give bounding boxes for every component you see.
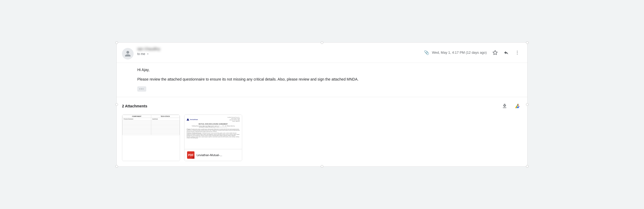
pdf-file-icon: PDF xyxy=(187,151,194,159)
attachment-footer-excel: X Wordzen-Applicati... xyxy=(122,161,180,161)
pdf-document-title: MUTUAL NON-DISCLOSURE AGREEMENT xyxy=(187,123,240,125)
pdf-logo-row: leviathan Leviathan Security Group, Inc.… xyxy=(187,117,240,122)
attachment-name-pdf: Leviathan-Mutual-... xyxy=(197,153,239,157)
email-body-text: Please review the attached questionnaire… xyxy=(137,76,390,82)
corner-decoration-bl xyxy=(115,165,118,168)
sender-name: Iain Chaudhry xyxy=(137,47,424,51)
attachments-header: 2 Attachments xyxy=(122,101,522,111)
corner-decoration-bm xyxy=(321,165,323,168)
attachment-card-excel[interactable]: COMPONENT TECH STACK Chrome Extension Ja… xyxy=(122,115,180,161)
download-all-button[interactable] xyxy=(500,101,509,111)
pdf-logo-text: leviathan xyxy=(190,119,198,120)
attachments-title: 2 Attachments xyxy=(122,104,147,108)
corner-decoration-tl xyxy=(115,41,118,44)
email-timestamp: Wed, May 1, 4:17 PM (12 days ago) xyxy=(432,51,487,54)
svg-point-3 xyxy=(517,54,518,54)
corner-decoration-tr xyxy=(526,41,529,44)
corner-decoration-tm xyxy=(321,41,323,44)
pdf-subtitle: The Mutual Non-disclosure Agreement ("Ag… xyxy=(187,126,240,128)
file-corner-pdf xyxy=(191,156,194,159)
attachment-preview-pdf: leviathan Leviathan Security Group, Inc.… xyxy=(184,115,242,149)
attachments-section: 2 Attachments xyxy=(117,97,527,166)
pdf-logo: leviathan xyxy=(187,118,198,121)
attachment-card-pdf[interactable]: leviathan Leviathan Security Group, Inc.… xyxy=(184,115,242,161)
sender-avatar xyxy=(122,48,134,59)
paperclip-icon: 📎 xyxy=(424,50,429,55)
email-thread-container: Iain Chaudhry to me 📎 Wed, May 1, 4:17 P… xyxy=(116,42,528,167)
attachment-action-icons xyxy=(500,101,522,111)
pdf-section-2: 2. Definition of Confidential Informatio… xyxy=(187,133,240,139)
to-me-dropdown[interactable] xyxy=(146,52,150,56)
email-body: Hi Ajay, Please review the attached ques… xyxy=(117,63,527,97)
to-me-label: to me xyxy=(137,52,145,56)
reply-button[interactable] xyxy=(501,48,511,57)
svg-point-2 xyxy=(517,52,518,53)
email-header: Iain Chaudhry to me 📎 Wed, May 1, 4:17 P… xyxy=(117,43,527,63)
save-to-drive-button[interactable] xyxy=(513,101,522,111)
svg-point-1 xyxy=(517,51,518,52)
attachment-preview-excel: COMPONENT TECH STACK Chrome Extension Ja… xyxy=(122,115,180,161)
drive-icon xyxy=(514,103,520,109)
show-more-button[interactable]: ··· xyxy=(137,86,146,92)
corner-decoration-lm xyxy=(115,103,118,106)
more-options-button[interactable] xyxy=(513,48,522,57)
email-actions-row: 📎 Wed, May 1, 4:17 PM (12 days ago) xyxy=(424,48,522,57)
email-greeting: Hi Ajay, xyxy=(137,67,522,73)
attachment-footer-pdf: PDF Leviathan-Mutual-... xyxy=(184,149,242,161)
svg-marker-0 xyxy=(493,50,497,54)
attachments-list: COMPONENT TECH STACK Chrome Extension Ja… xyxy=(122,115,522,161)
pdf-company-info: Leviathan Security Group, Inc. 1201 5th … xyxy=(227,117,240,122)
corner-decoration-br xyxy=(526,165,529,168)
pdf-section-1: 1. Purpose. The parties wish to explore … xyxy=(187,129,240,132)
sender-info: Iain Chaudhry to me xyxy=(137,47,424,56)
person-icon xyxy=(124,50,131,57)
star-button[interactable] xyxy=(490,48,500,57)
to-me-row: to me xyxy=(137,52,424,56)
corner-decoration-rm xyxy=(526,103,529,106)
